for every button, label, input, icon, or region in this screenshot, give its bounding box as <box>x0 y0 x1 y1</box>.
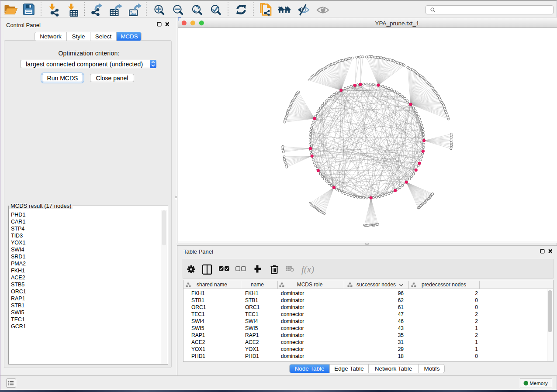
svg-text:f(x): f(x) <box>301 264 314 275</box>
